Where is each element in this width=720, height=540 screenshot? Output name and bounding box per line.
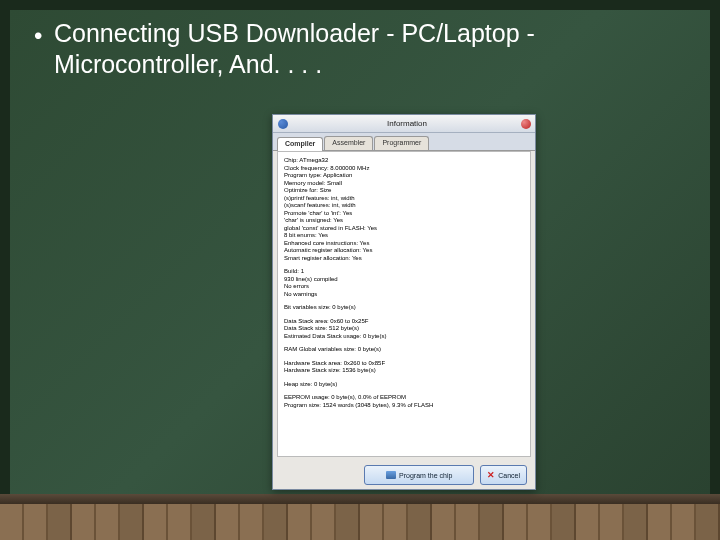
program-chip-button[interactable]: Program the chip (364, 465, 474, 485)
info-line: (s)scanf features: int, width (284, 202, 524, 210)
dialog-content: Chip: ATmega32Clock frequency: 8.000000 … (277, 151, 531, 457)
info-line: No errors (284, 283, 524, 291)
info-line: Enhanced core instructions: Yes (284, 240, 524, 248)
info-line: Optimize for: Size (284, 187, 524, 195)
info-line: Data Stack area: 0x60 to 0x25F (284, 318, 524, 326)
info-line: Data Stack size: 512 byte(s) (284, 325, 524, 333)
tab-assembler[interactable]: Assembler (324, 136, 373, 150)
chip-icon (386, 471, 396, 479)
info-line: Build: 1 (284, 268, 524, 276)
info-line: 930 line(s) compiled (284, 276, 524, 284)
info-line: Program size: 1524 words (3048 bytes), 9… (284, 402, 524, 410)
chalk-tray (0, 494, 720, 504)
wood-floor (0, 504, 720, 540)
cancel-label: Cancel (498, 472, 520, 479)
tab-compiler[interactable]: Compiler (277, 137, 323, 151)
info-line: Estimated Data Stack usage: 0 byte(s) (284, 333, 524, 341)
cancel-icon: ✕ (487, 470, 495, 480)
info-line: Memory model: Small (284, 180, 524, 188)
info-line: Chip: ATmega32 (284, 157, 524, 165)
info-line: No warnings (284, 291, 524, 299)
info-line: (s)printf features: int, width (284, 195, 524, 203)
info-line: Program type: Application (284, 172, 524, 180)
cancel-button[interactable]: ✕ Cancel (480, 465, 527, 485)
info-line: Heap size: 0 byte(s) (284, 381, 524, 389)
dialog-titlebar: Information (273, 115, 535, 133)
info-line: Bit variables size: 0 byte(s) (284, 304, 524, 312)
info-line: Automatic register allocation: Yes (284, 247, 524, 255)
info-dialog: Information Compiler Assembler Programme… (272, 114, 536, 490)
info-line: RAM Global variables size: 0 byte(s) (284, 346, 524, 354)
info-line: 'char' is unsigned: Yes (284, 217, 524, 225)
dialog-title: Information (293, 119, 521, 128)
info-line: Promote 'char' to 'int': Yes (284, 210, 524, 218)
bullet-marker: • (34, 22, 42, 50)
info-line: 8 bit enums: Yes (284, 232, 524, 240)
dialog-tabs: Compiler Assembler Programmer (273, 133, 535, 151)
close-icon[interactable] (521, 119, 531, 129)
program-chip-label: Program the chip (399, 472, 452, 479)
info-line: Clock frequency: 8.000000 MHz (284, 165, 524, 173)
slide-title: Connecting USB Downloader - PC/Laptop - … (54, 18, 690, 81)
info-line: Hardware Stack size: 1536 byte(s) (284, 367, 524, 375)
info-line: global 'const' stored in FLASH: Yes (284, 225, 524, 233)
info-line: Hardware Stack area: 0x260 to 0x85F (284, 360, 524, 368)
dialog-footer: Program the chip ✕ Cancel (273, 461, 535, 489)
info-line: Smart register allocation: Yes (284, 255, 524, 263)
info-line: EEPROM usage: 0 byte(s), 0.0% of EEPROM (284, 394, 524, 402)
info-icon (278, 119, 288, 129)
tab-programmer[interactable]: Programmer (374, 136, 429, 150)
